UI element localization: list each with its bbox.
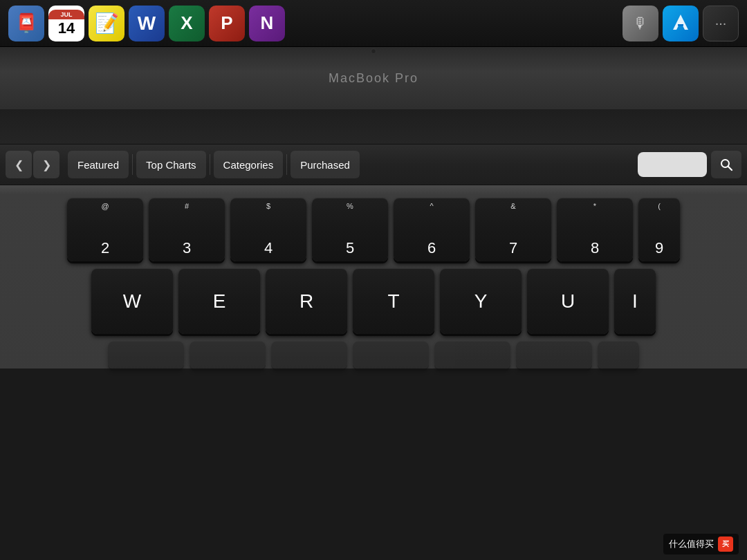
key-partial-1[interactable] bbox=[108, 341, 184, 368]
tb-categories-button[interactable]: Categories bbox=[214, 151, 284, 178]
tb-divider-2 bbox=[210, 154, 210, 175]
screen-bottom-bezel bbox=[0, 109, 747, 144]
webcam bbox=[371, 48, 376, 54]
key-2[interactable]: @ 2 bbox=[67, 198, 143, 261]
key-6[interactable]: ^ 6 bbox=[394, 198, 470, 261]
key-4[interactable]: $ 4 bbox=[230, 198, 306, 261]
key-5[interactable]: % 5 bbox=[312, 198, 388, 261]
dock-calendar-icon[interactable]: JUL 14 bbox=[48, 6, 84, 41]
dock-more-icon[interactable]: ··· bbox=[703, 6, 739, 41]
search-icon bbox=[719, 158, 733, 171]
tb-purchased-button[interactable]: Purchased bbox=[290, 151, 360, 178]
key-partial-5[interactable] bbox=[434, 341, 510, 368]
cal-day: 14 bbox=[58, 19, 75, 37]
chevron-left-icon: ❮ bbox=[15, 158, 24, 171]
key-t[interactable]: T bbox=[353, 268, 434, 334]
key-9[interactable]: ( 9 bbox=[638, 198, 680, 261]
tb-forward-button[interactable]: ❯ bbox=[33, 151, 59, 178]
cal-month: JUL bbox=[48, 10, 84, 19]
chevron-right-icon: ❯ bbox=[42, 158, 51, 171]
key-3[interactable]: # 3 bbox=[149, 198, 225, 261]
dock-excel-icon[interactable]: X bbox=[169, 6, 205, 41]
dock-ppt-icon[interactable]: P bbox=[209, 6, 245, 41]
macbook-label: MacBook Pro bbox=[329, 71, 418, 86]
tb-featured-button[interactable]: Featured bbox=[68, 151, 129, 178]
tb-back-button[interactable]: ❮ bbox=[6, 151, 32, 178]
tb-divider-1 bbox=[132, 154, 133, 175]
watermark: 什么值得买 买 bbox=[663, 534, 739, 554]
key-r[interactable]: R bbox=[266, 268, 347, 334]
key-i[interactable]: I bbox=[614, 268, 656, 334]
key-y[interactable]: Y bbox=[440, 268, 522, 334]
dock-bar: 📮 JUL 14 📝 W X P N 🎙 bbox=[0, 0, 747, 47]
key-partial-4[interactable] bbox=[353, 341, 429, 368]
key-partial-3[interactable] bbox=[271, 341, 347, 368]
keyboard-area: @ 2 # 3 $ 4 % 5 ^ 6 & 7 bbox=[0, 185, 747, 368]
dock-appstore-icon[interactable] bbox=[663, 6, 699, 41]
tb-search-field[interactable] bbox=[638, 152, 707, 177]
touch-bar: ❮ ❯ Featured Top Charts Categories Purch… bbox=[0, 144, 747, 185]
key-w[interactable]: W bbox=[91, 268, 173, 334]
watermark-container: 什么值得买 买 bbox=[655, 528, 747, 560]
watermark-logo: 买 bbox=[718, 536, 733, 552]
key-7[interactable]: & 7 bbox=[475, 198, 551, 261]
macbook-label-area: MacBook Pro bbox=[0, 47, 747, 109]
page-wrapper: 📮 JUL 14 📝 W X P N 🎙 bbox=[0, 0, 747, 560]
svg-rect-0 bbox=[678, 24, 683, 26]
dock-stamp-icon[interactable]: 📮 bbox=[8, 6, 44, 41]
tb-search-button[interactable] bbox=[711, 151, 741, 178]
bottom-row-partial bbox=[0, 341, 747, 368]
key-8[interactable]: * 8 bbox=[557, 198, 633, 261]
key-partial-7[interactable] bbox=[598, 341, 639, 368]
key-partial-2[interactable] bbox=[190, 341, 266, 368]
svg-line-2 bbox=[728, 167, 732, 171]
dock-onenote-icon[interactable]: N bbox=[249, 6, 285, 41]
letter-row: W E R T Y U I bbox=[0, 268, 747, 334]
number-row: @ 2 # 3 $ 4 % 5 ^ 6 & 7 bbox=[0, 198, 747, 261]
tb-top-charts-button[interactable]: Top Charts bbox=[136, 151, 206, 178]
key-u[interactable]: U bbox=[527, 268, 609, 334]
key-e[interactable]: E bbox=[178, 268, 260, 334]
watermark-text: 什么值得买 bbox=[669, 538, 714, 550]
dock-notes-icon[interactable]: 📝 bbox=[89, 6, 124, 41]
dock-dictation-icon[interactable]: 🎙 bbox=[622, 6, 658, 41]
tb-divider-3 bbox=[286, 154, 287, 175]
key-partial-6[interactable] bbox=[516, 341, 592, 368]
dock-word-icon[interactable]: W bbox=[129, 6, 165, 41]
